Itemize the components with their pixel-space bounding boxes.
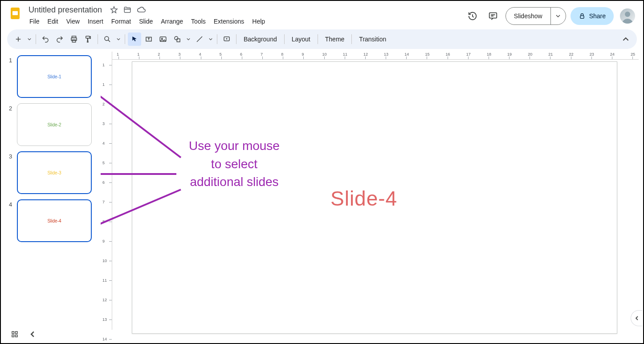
shape-dropdown[interactable] [185,32,192,46]
svg-rect-22 [16,335,18,337]
svg-rect-1 [12,11,18,15]
zoom-button[interactable] [101,32,114,46]
thumbnail-label: Slide-1 [47,74,61,79]
grid-view-icon[interactable] [11,330,19,338]
slide-thumbnail-3[interactable]: 3Slide-3 [9,151,98,194]
toolbar: Background Layout Theme Transition [7,29,637,49]
undo-button[interactable] [39,32,52,46]
thumbnail-label: Slide-4 [47,219,61,223]
select-tool[interactable] [128,32,141,46]
vertical-ruler: 11234567891011121314 [101,52,112,330]
star-icon[interactable] [110,6,118,14]
history-icon[interactable] [465,8,481,24]
thumbnail[interactable]: Slide-4 [17,199,92,242]
horizontal-ruler: 1123456789101112131415161718192021222324… [112,52,639,60]
paint-format-button[interactable] [82,32,95,46]
svg-point-9 [105,36,109,40]
collapse-toolbar-icon[interactable] [619,32,632,46]
slide-number: 3 [9,151,17,160]
share-label: Share [589,12,606,20]
lock-icon [579,12,586,20]
svg-rect-8 [86,36,90,38]
slide-thumbnail-1[interactable]: 1Slide-1 [9,55,98,98]
slideshow-dropdown[interactable] [550,8,566,24]
slide-number: 2 [9,103,17,112]
background-button[interactable]: Background [239,32,281,46]
svg-rect-19 [12,332,14,334]
menu-bar: FileEditViewInsertFormatSlideArrangeTool… [26,16,465,27]
zoom-dropdown[interactable] [115,32,122,46]
slide-number: 1 [9,55,17,64]
slide-canvas[interactable]: Slide-4 [132,61,617,334]
new-slide-button[interactable] [12,32,25,46]
thumbnail[interactable]: Slide-2 [17,103,92,146]
document-title[interactable]: Untitled presentation [26,4,105,16]
menu-tools[interactable]: Tools [187,16,209,27]
theme-button[interactable]: Theme [321,32,349,46]
cloud-status-icon[interactable] [137,5,146,14]
shape-tool[interactable] [171,32,184,46]
slideshow-button[interactable]: Slideshow [505,7,566,25]
menu-edit[interactable]: Edit [44,16,62,27]
svg-rect-20 [16,332,18,334]
line-tool[interactable] [193,32,206,46]
slide-main-text[interactable]: Slide-4 [330,186,397,210]
print-button[interactable] [67,32,81,46]
document-header: Untitled presentation FileEditViewInsert… [1,1,643,29]
layout-button[interactable]: Layout [287,32,315,46]
comment-tool[interactable] [220,32,233,46]
slide-number: 4 [9,199,17,208]
svg-point-13 [175,36,178,40]
account-avatar[interactable] [620,8,635,24]
menu-view[interactable]: View [63,16,83,27]
svg-rect-3 [580,16,584,18]
svg-point-12 [162,38,163,39]
menu-slide[interactable]: Slide [135,16,156,27]
thumbnail-label: Slide-2 [47,122,61,127]
line-dropdown[interactable] [207,32,214,46]
slide-thumbnail-2[interactable]: 2Slide-2 [9,103,98,146]
menu-extensions[interactable]: Extensions [210,16,248,27]
svg-rect-21 [12,335,14,337]
new-slide-dropdown[interactable] [26,32,33,46]
menu-file[interactable]: File [26,16,43,27]
slides-logo[interactable] [6,4,24,22]
bottom-bar [1,328,643,340]
svg-rect-2 [489,13,497,18]
collapse-filmstrip-icon[interactable] [29,331,36,337]
transition-button[interactable]: Transition [355,32,391,46]
menu-help[interactable]: Help [249,16,269,27]
move-icon[interactable] [123,6,131,14]
thumbnail[interactable]: Slide-3 [17,151,92,194]
thumbnail-label: Slide-3 [47,170,61,175]
slideshow-label: Slideshow [506,8,550,24]
menu-arrange[interactable]: Arrange [157,16,187,27]
menu-insert[interactable]: Insert [84,16,107,27]
svg-point-4 [625,12,630,17]
slide-thumbnail-4[interactable]: 4Slide-4 [9,199,98,242]
redo-button[interactable] [53,32,66,46]
image-tool[interactable] [156,32,170,46]
textbox-tool[interactable] [142,32,155,46]
filmstrip[interactable]: 1Slide-12Slide-23Slide-34Slide-4 [1,52,101,330]
share-button[interactable]: Share [571,7,614,25]
thumbnail[interactable]: Slide-1 [17,55,92,98]
menu-format[interactable]: Format [108,16,135,27]
canvas-area[interactable]: 11234567891011121314 1123456789101112131… [101,52,643,330]
comments-icon[interactable] [485,8,501,24]
